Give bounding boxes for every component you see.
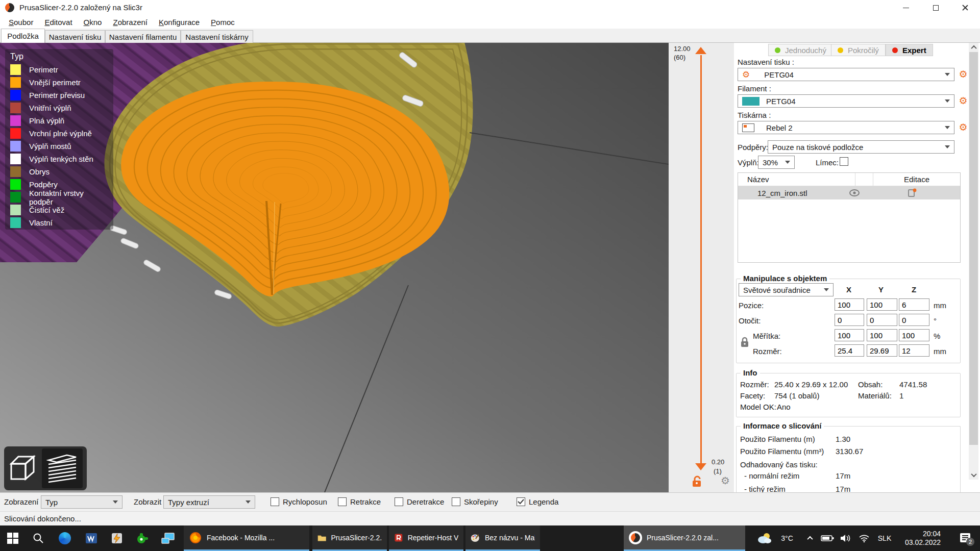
tab-podlozka[interactable]: Podložka	[1, 29, 45, 43]
chevron-down-icon	[785, 161, 790, 164]
show-features-combo[interactable]: Typy extruzí	[163, 495, 255, 509]
viewport-3d[interactable]: Typ Perimetr Vnější perimetr Perimetr př…	[0, 43, 669, 492]
rotate-label: Otočit:	[739, 316, 761, 325]
printer-gear-button[interactable]: ⚙	[958, 121, 969, 134]
taskbar-window-firefox[interactable]: Facebook - Mozilla ...	[184, 525, 309, 551]
mode-advanced-button[interactable]: Pokročilý	[831, 44, 886, 56]
view-type-combo[interactable]: Typ	[41, 495, 122, 509]
retractions-checkbox[interactable]	[338, 497, 347, 506]
rotate-x-input[interactable]	[835, 314, 864, 326]
winamp-taskbar-button[interactable]	[105, 525, 129, 551]
menu-editovat[interactable]: Editovat	[39, 17, 78, 28]
menu-konfigurace[interactable]: Konfigurace	[153, 17, 205, 28]
slider-lower-handle[interactable]	[695, 463, 706, 470]
eye-icon[interactable]	[849, 189, 860, 197]
filament-gear-button[interactable]: ⚙	[958, 95, 969, 107]
search-button[interactable]	[27, 525, 50, 551]
infill-combo[interactable]: 30%	[758, 156, 795, 169]
minimize-button[interactable]	[891, 0, 921, 15]
object-row-selected[interactable]: 12_cm_iron.stl	[738, 186, 960, 199]
edit-settings-icon[interactable]	[907, 188, 917, 198]
menu-okno[interactable]: Okno	[78, 17, 108, 28]
battery-icon	[821, 535, 834, 542]
wifi-tray-button[interactable]	[855, 525, 873, 551]
print-settings-combo[interactable]: ⚙ PETG04	[738, 68, 954, 81]
weather-icon	[756, 532, 772, 544]
tray-overflow-button[interactable]	[802, 525, 818, 551]
scale-z-input[interactable]	[899, 329, 929, 341]
mode-expert-button[interactable]: Expert	[886, 44, 933, 56]
scroll-up-button[interactable]	[969, 43, 978, 52]
displays-taskbar-button[interactable]	[156, 525, 180, 551]
position-x-input[interactable]	[835, 298, 864, 311]
supports-combo[interactable]: Pouze na tiskové podložce	[768, 140, 954, 154]
legend-item: Obrys	[10, 165, 108, 178]
info-materials-value: 1	[899, 391, 903, 400]
scale-x-input[interactable]	[835, 329, 864, 341]
deretractions-checkbox[interactable]	[395, 497, 403, 506]
word-taskbar-button[interactable]	[80, 525, 103, 551]
clock[interactable]: 20:04 03.02.2022	[896, 525, 949, 551]
unlock-icon[interactable]	[691, 475, 702, 488]
volume-tray-button[interactable]	[837, 525, 854, 551]
scroll-down-button[interactable]	[969, 470, 978, 480]
menu-soubor[interactable]: Soubor	[3, 17, 39, 28]
mode-expert-dot-icon	[892, 47, 898, 53]
filament-used-mm3-label: Použito Filamentu (mm³)	[740, 447, 824, 456]
battery-tray-button[interactable]	[819, 525, 836, 551]
taskbar-window-prusaslicer[interactable]: PrusaSlicer-2.2.0 zal...	[624, 525, 745, 551]
size-x-input[interactable]	[835, 344, 864, 357]
edge-icon	[59, 532, 71, 544]
legend-item: Výplň tenkých stěn	[10, 153, 108, 165]
green-app-icon	[136, 532, 149, 544]
coordinates-combo[interactable]: Světové souřadnice	[739, 283, 834, 296]
legend-checkbox[interactable]	[517, 497, 525, 506]
print-settings-label: Nastavení tisku :	[738, 58, 794, 66]
print-settings-gear-button[interactable]: ⚙	[958, 68, 969, 81]
menu-pomoc[interactable]: Pomoc	[205, 17, 240, 28]
position-z-input[interactable]	[899, 298, 929, 311]
size-y-input[interactable]	[867, 344, 897, 357]
normal-mode-value: 17m	[836, 471, 850, 480]
green-app-taskbar-button[interactable]	[131, 525, 154, 551]
taskbar-window-folder[interactable]: PrusaSlicer-2.2.0+w...	[312, 525, 387, 551]
layers-preview-button[interactable]	[42, 448, 83, 488]
taskbar-window-paint[interactable]: Bez názvu - Malová...	[465, 525, 540, 551]
uniform-scale-lock-icon[interactable]	[740, 337, 749, 348]
edge-taskbar-button[interactable]	[53, 525, 77, 551]
menu-zobrazeni[interactable]: Zobrazení	[107, 17, 153, 28]
tab-nastaveni-tisku[interactable]: Nastavení tisku	[45, 30, 105, 43]
brim-checkbox[interactable]	[840, 157, 848, 166]
filament-color-swatch	[742, 97, 760, 106]
language-indicator[interactable]: SLK	[874, 525, 895, 551]
travel-checkbox[interactable]	[271, 497, 279, 506]
close-button[interactable]	[950, 0, 980, 15]
notification-center-button[interactable]: 2	[953, 525, 977, 551]
maximize-button[interactable]	[921, 0, 950, 15]
rotate-z-input[interactable]	[899, 314, 929, 326]
slider-gear-icon[interactable]: ⚙	[721, 474, 730, 487]
weather-tray-button[interactable]	[752, 525, 776, 551]
taskbar-window-repetier[interactable]: Repetier-Host V1.6....	[389, 525, 463, 551]
tab-nastaveni-filamentu[interactable]: Nastavení filamentu	[105, 30, 181, 43]
filament-combo[interactable]: PETG04	[738, 94, 954, 108]
temperature-text[interactable]: 3°C	[776, 525, 798, 551]
axis-z-header: Z	[912, 285, 916, 294]
tab-nastaveni-tiskarny[interactable]: Nastavení tiskárny	[181, 30, 253, 43]
panel-scrollbar[interactable]	[969, 43, 978, 480]
position-y-input[interactable]	[867, 298, 897, 311]
chevron-down-icon	[945, 99, 950, 103]
scrollbar-thumb[interactable]	[969, 52, 978, 445]
slider-upper-handle[interactable]	[695, 47, 706, 54]
rotate-y-input[interactable]	[867, 314, 897, 326]
mode-simple-button[interactable]: Jednoduchý	[768, 44, 833, 56]
size-z-input[interactable]	[899, 344, 929, 357]
layer-slider-track[interactable]	[700, 55, 702, 464]
printer-combo[interactable]: Rebel 2	[738, 121, 954, 134]
color-swatch	[10, 179, 21, 190]
scale-y-input[interactable]	[867, 329, 897, 341]
3d-editor-view-button[interactable]	[4, 448, 42, 488]
shells-checkbox[interactable]	[452, 497, 460, 506]
filament-label: Filament :	[738, 84, 771, 93]
start-button[interactable]	[1, 525, 24, 551]
